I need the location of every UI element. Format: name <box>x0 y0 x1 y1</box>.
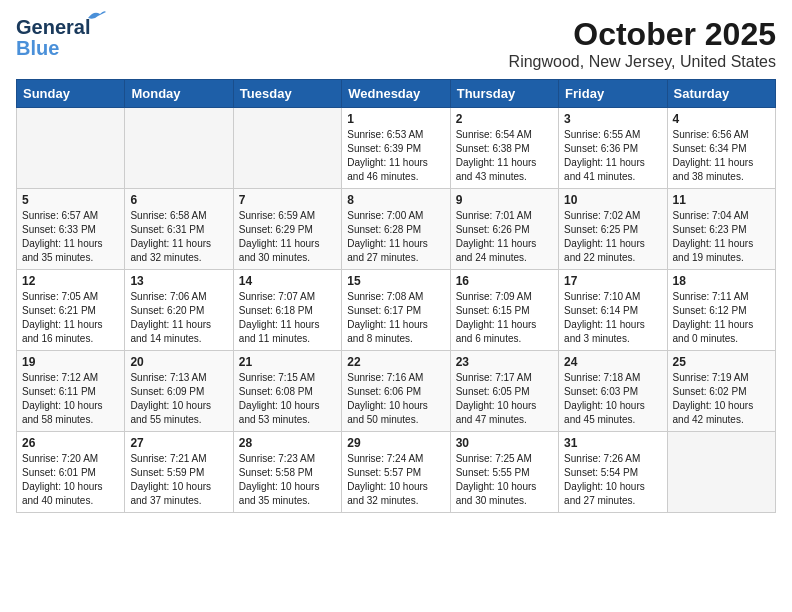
day-info: Sunrise: 7:06 AM Sunset: 6:20 PM Dayligh… <box>130 290 227 346</box>
day-info: Sunrise: 7:00 AM Sunset: 6:28 PM Dayligh… <box>347 209 444 265</box>
day-info: Sunrise: 6:54 AM Sunset: 6:38 PM Dayligh… <box>456 128 553 184</box>
logo: General Blue <box>16 16 90 60</box>
calendar-week-row: 19Sunrise: 7:12 AM Sunset: 6:11 PM Dayli… <box>17 351 776 432</box>
day-info: Sunrise: 6:59 AM Sunset: 6:29 PM Dayligh… <box>239 209 336 265</box>
weekday-header-tuesday: Tuesday <box>233 80 341 108</box>
day-info: Sunrise: 7:11 AM Sunset: 6:12 PM Dayligh… <box>673 290 770 346</box>
weekday-header-monday: Monday <box>125 80 233 108</box>
day-number: 31 <box>564 436 661 450</box>
calendar-week-row: 1Sunrise: 6:53 AM Sunset: 6:39 PM Daylig… <box>17 108 776 189</box>
calendar-day-22: 22Sunrise: 7:16 AM Sunset: 6:06 PM Dayli… <box>342 351 450 432</box>
day-number: 30 <box>456 436 553 450</box>
calendar-day-16: 16Sunrise: 7:09 AM Sunset: 6:15 PM Dayli… <box>450 270 558 351</box>
logo-bird-icon <box>86 8 108 24</box>
day-info: Sunrise: 6:56 AM Sunset: 6:34 PM Dayligh… <box>673 128 770 184</box>
day-number: 5 <box>22 193 119 207</box>
day-info: Sunrise: 7:23 AM Sunset: 5:58 PM Dayligh… <box>239 452 336 508</box>
calendar-day-4: 4Sunrise: 6:56 AM Sunset: 6:34 PM Daylig… <box>667 108 775 189</box>
calendar-day-19: 19Sunrise: 7:12 AM Sunset: 6:11 PM Dayli… <box>17 351 125 432</box>
calendar-day-17: 17Sunrise: 7:10 AM Sunset: 6:14 PM Dayli… <box>559 270 667 351</box>
day-info: Sunrise: 7:20 AM Sunset: 6:01 PM Dayligh… <box>22 452 119 508</box>
calendar-day-6: 6Sunrise: 6:58 AM Sunset: 6:31 PM Daylig… <box>125 189 233 270</box>
calendar-day-11: 11Sunrise: 7:04 AM Sunset: 6:23 PM Dayli… <box>667 189 775 270</box>
weekday-header-saturday: Saturday <box>667 80 775 108</box>
weekday-header-friday: Friday <box>559 80 667 108</box>
calendar-week-row: 26Sunrise: 7:20 AM Sunset: 6:01 PM Dayli… <box>17 432 776 513</box>
day-number: 20 <box>130 355 227 369</box>
day-info: Sunrise: 6:53 AM Sunset: 6:39 PM Dayligh… <box>347 128 444 184</box>
day-info: Sunrise: 7:07 AM Sunset: 6:18 PM Dayligh… <box>239 290 336 346</box>
day-info: Sunrise: 7:02 AM Sunset: 6:25 PM Dayligh… <box>564 209 661 265</box>
day-number: 9 <box>456 193 553 207</box>
weekday-header-thursday: Thursday <box>450 80 558 108</box>
day-info: Sunrise: 7:08 AM Sunset: 6:17 PM Dayligh… <box>347 290 444 346</box>
day-info: Sunrise: 7:25 AM Sunset: 5:55 PM Dayligh… <box>456 452 553 508</box>
day-info: Sunrise: 6:58 AM Sunset: 6:31 PM Dayligh… <box>130 209 227 265</box>
calendar-day-13: 13Sunrise: 7:06 AM Sunset: 6:20 PM Dayli… <box>125 270 233 351</box>
calendar-day-30: 30Sunrise: 7:25 AM Sunset: 5:55 PM Dayli… <box>450 432 558 513</box>
day-info: Sunrise: 7:21 AM Sunset: 5:59 PM Dayligh… <box>130 452 227 508</box>
day-info: Sunrise: 7:04 AM Sunset: 6:23 PM Dayligh… <box>673 209 770 265</box>
calendar-day-14: 14Sunrise: 7:07 AM Sunset: 6:18 PM Dayli… <box>233 270 341 351</box>
day-number: 1 <box>347 112 444 126</box>
day-number: 15 <box>347 274 444 288</box>
calendar-day-12: 12Sunrise: 7:05 AM Sunset: 6:21 PM Dayli… <box>17 270 125 351</box>
calendar-day-1: 1Sunrise: 6:53 AM Sunset: 6:39 PM Daylig… <box>342 108 450 189</box>
day-number: 21 <box>239 355 336 369</box>
title-block: October 2025 Ringwood, New Jersey, Unite… <box>509 16 776 71</box>
day-info: Sunrise: 7:09 AM Sunset: 6:15 PM Dayligh… <box>456 290 553 346</box>
day-info: Sunrise: 7:26 AM Sunset: 5:54 PM Dayligh… <box>564 452 661 508</box>
calendar-empty-cell <box>17 108 125 189</box>
day-info: Sunrise: 7:17 AM Sunset: 6:05 PM Dayligh… <box>456 371 553 427</box>
day-number: 29 <box>347 436 444 450</box>
calendar-day-27: 27Sunrise: 7:21 AM Sunset: 5:59 PM Dayli… <box>125 432 233 513</box>
day-info: Sunrise: 7:19 AM Sunset: 6:02 PM Dayligh… <box>673 371 770 427</box>
day-info: Sunrise: 7:13 AM Sunset: 6:09 PM Dayligh… <box>130 371 227 427</box>
calendar-day-3: 3Sunrise: 6:55 AM Sunset: 6:36 PM Daylig… <box>559 108 667 189</box>
day-info: Sunrise: 7:18 AM Sunset: 6:03 PM Dayligh… <box>564 371 661 427</box>
calendar-day-7: 7Sunrise: 6:59 AM Sunset: 6:29 PM Daylig… <box>233 189 341 270</box>
calendar-day-8: 8Sunrise: 7:00 AM Sunset: 6:28 PM Daylig… <box>342 189 450 270</box>
day-number: 13 <box>130 274 227 288</box>
calendar-day-26: 26Sunrise: 7:20 AM Sunset: 6:01 PM Dayli… <box>17 432 125 513</box>
page-subtitle: Ringwood, New Jersey, United States <box>509 53 776 71</box>
calendar-day-23: 23Sunrise: 7:17 AM Sunset: 6:05 PM Dayli… <box>450 351 558 432</box>
calendar-day-10: 10Sunrise: 7:02 AM Sunset: 6:25 PM Dayli… <box>559 189 667 270</box>
calendar-week-row: 12Sunrise: 7:05 AM Sunset: 6:21 PM Dayli… <box>17 270 776 351</box>
calendar-day-21: 21Sunrise: 7:15 AM Sunset: 6:08 PM Dayli… <box>233 351 341 432</box>
calendar-day-9: 9Sunrise: 7:01 AM Sunset: 6:26 PM Daylig… <box>450 189 558 270</box>
day-number: 14 <box>239 274 336 288</box>
day-number: 7 <box>239 193 336 207</box>
calendar-empty-cell <box>233 108 341 189</box>
logo-general: General <box>16 16 90 38</box>
day-info: Sunrise: 7:01 AM Sunset: 6:26 PM Dayligh… <box>456 209 553 265</box>
day-info: Sunrise: 7:16 AM Sunset: 6:06 PM Dayligh… <box>347 371 444 427</box>
calendar-empty-cell <box>667 432 775 513</box>
day-number: 27 <box>130 436 227 450</box>
day-number: 22 <box>347 355 444 369</box>
day-info: Sunrise: 7:15 AM Sunset: 6:08 PM Dayligh… <box>239 371 336 427</box>
calendar-day-28: 28Sunrise: 7:23 AM Sunset: 5:58 PM Dayli… <box>233 432 341 513</box>
day-number: 24 <box>564 355 661 369</box>
day-number: 16 <box>456 274 553 288</box>
day-number: 6 <box>130 193 227 207</box>
day-info: Sunrise: 6:55 AM Sunset: 6:36 PM Dayligh… <box>564 128 661 184</box>
calendar-day-18: 18Sunrise: 7:11 AM Sunset: 6:12 PM Dayli… <box>667 270 775 351</box>
weekday-header-wednesday: Wednesday <box>342 80 450 108</box>
day-info: Sunrise: 7:10 AM Sunset: 6:14 PM Dayligh… <box>564 290 661 346</box>
day-number: 26 <box>22 436 119 450</box>
calendar-day-31: 31Sunrise: 7:26 AM Sunset: 5:54 PM Dayli… <box>559 432 667 513</box>
page-header: General Blue October 2025 Ringwood, New … <box>16 16 776 71</box>
day-number: 11 <box>673 193 770 207</box>
day-number: 18 <box>673 274 770 288</box>
day-number: 17 <box>564 274 661 288</box>
calendar-day-24: 24Sunrise: 7:18 AM Sunset: 6:03 PM Dayli… <box>559 351 667 432</box>
day-number: 4 <box>673 112 770 126</box>
day-info: Sunrise: 7:24 AM Sunset: 5:57 PM Dayligh… <box>347 452 444 508</box>
day-number: 2 <box>456 112 553 126</box>
calendar-day-29: 29Sunrise: 7:24 AM Sunset: 5:57 PM Dayli… <box>342 432 450 513</box>
day-number: 28 <box>239 436 336 450</box>
calendar-day-15: 15Sunrise: 7:08 AM Sunset: 6:17 PM Dayli… <box>342 270 450 351</box>
day-number: 23 <box>456 355 553 369</box>
calendar-day-20: 20Sunrise: 7:13 AM Sunset: 6:09 PM Dayli… <box>125 351 233 432</box>
